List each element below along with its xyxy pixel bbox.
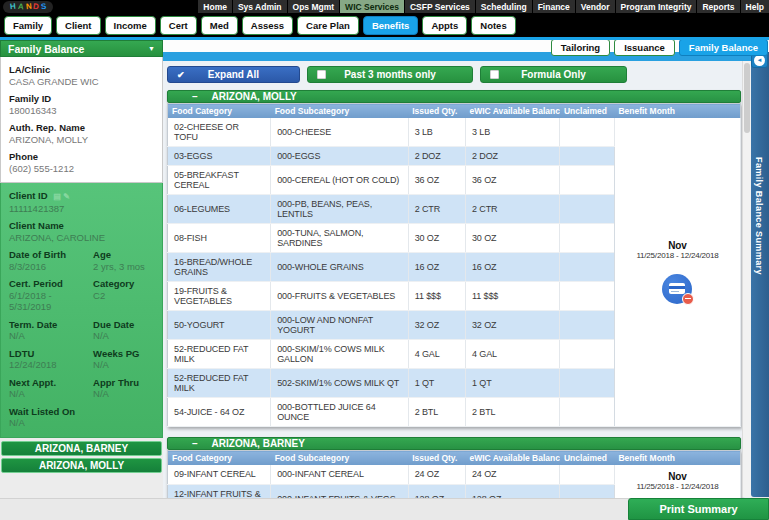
view-tab-tailoring[interactable]: Tailoring: [551, 39, 610, 56]
past-3-months-label: Past 3 months only: [344, 69, 436, 80]
info-field-cert-period: Cert. Period6/1/2018 - 5/31/2019: [9, 278, 93, 313]
table-cell: 54-JUICE - 64 OZ: [168, 398, 271, 427]
menu-item-sys-admin[interactable]: Sys Admin: [232, 0, 287, 13]
menu-item-help[interactable]: Help: [740, 0, 769, 13]
table-cell: 11 $$$: [408, 282, 465, 311]
menu-item-ops-mgmt[interactable]: Ops Mgmt: [287, 0, 340, 13]
formula-only-label: Formula Only: [521, 69, 585, 80]
table-cell: 16 OZ: [408, 253, 465, 282]
benefit-month: Nov: [621, 240, 734, 251]
table-cell: 2 CTR: [408, 195, 465, 224]
menu-item-csfp-services[interactable]: CSFP Services: [404, 0, 475, 13]
section-header-arizona-molly[interactable]: ARIZONA, MOLLY: [167, 90, 741, 103]
field-label: Category: [93, 278, 154, 290]
scrollbar-thumb[interactable]: [744, 63, 750, 133]
family-member-buttons: ARIZONA, BARNEYARIZONA, MOLLY: [0, 438, 163, 473]
table-cell: 09-INFANT CEREAL: [168, 465, 271, 484]
table-cell: 36 OZ: [465, 166, 560, 195]
page: HANDS HomeSys AdminOps MgmtWIC ServicesC…: [0, 0, 769, 520]
sidebar-header[interactable]: Family Balance ▼: [0, 40, 163, 57]
field-value: 6/1/2018 - 5/31/2019: [9, 290, 93, 313]
tab-accent-strip: [0, 37, 769, 40]
menu-item-vendor[interactable]: Vendor: [575, 0, 615, 13]
table-cell: [560, 369, 614, 398]
tab-cert[interactable]: Cert: [160, 16, 197, 35]
logo-letter: D: [33, 2, 40, 11]
table-cell: 000-EGGS: [271, 147, 409, 166]
table-cell: 000-CEREAL (HOT OR COLD): [271, 166, 409, 195]
print-summary-button[interactable]: Print Summary: [628, 498, 769, 520]
tab-income[interactable]: Income: [105, 16, 156, 35]
info-pair-row: Next Appt.N/AAppr ThruN/A: [9, 377, 154, 406]
table-cell: 000-SKIM/1% COWS MILK GALLON: [271, 340, 409, 369]
member-button-arizona-barney[interactable]: ARIZONA, BARNEY: [1, 441, 162, 456]
top-menu-bar: HANDS HomeSys AdminOps MgmtWIC ServicesC…: [0, 0, 769, 13]
tab-care-plan[interactable]: Care Plan: [297, 16, 359, 35]
section-title: ARIZONA, MOLLY: [212, 91, 297, 102]
table-cell: 03-EGGS: [168, 147, 271, 166]
view-tab-issuance[interactable]: Issuance: [614, 39, 675, 56]
menu-item-finance[interactable]: Finance: [532, 0, 575, 13]
field-value: N/A: [9, 330, 93, 342]
tab-assess[interactable]: Assess: [242, 16, 293, 35]
menu-item-wic-services[interactable]: WIC Services: [339, 0, 404, 13]
table-cell: [560, 398, 614, 427]
balance-content: ✔ Expand All Past 3 months only Formula …: [163, 61, 751, 520]
tab-appts[interactable]: Appts: [422, 16, 467, 35]
table-cell: 30 OZ: [408, 224, 465, 253]
field-value: 11111421387: [9, 203, 154, 215]
tab-family[interactable]: Family: [4, 16, 52, 35]
view-tab-family-balance[interactable]: Family Balance: [679, 39, 768, 56]
expand-all-button[interactable]: ✔ Expand All: [167, 66, 300, 83]
module-tabs: FamilyClientIncomeCertMedAssessCare Plan…: [0, 13, 769, 37]
info-field-term-date: Term. DateN/A: [9, 319, 93, 342]
past-3-months-checkbox[interactable]: Past 3 months only: [307, 66, 473, 83]
menu-item-reports[interactable]: Reports: [696, 0, 739, 13]
table-cell: 50-YOGURT: [168, 311, 271, 340]
field-value: CASA GRANDE WIC: [9, 76, 154, 88]
menu-item-home[interactable]: Home: [197, 0, 232, 13]
menu-item-program-integrity[interactable]: Program Integrity: [615, 0, 697, 13]
tab-benefits[interactable]: Benefits: [363, 16, 418, 35]
table-header-row: Food CategoryFood SubcategoryIssued Qty.…: [168, 451, 741, 466]
table-cell: 32 OZ: [465, 311, 560, 340]
field-value: 180016343: [9, 105, 154, 117]
member-button-arizona-molly[interactable]: ARIZONA, MOLLY: [1, 458, 162, 473]
benefit-date-range: 11/25/2018 - 12/24/2018: [621, 482, 734, 491]
field-value: N/A: [93, 388, 154, 400]
field-label: Auth. Rep. Name: [9, 122, 154, 134]
table-cell: 06-LEGUMES: [168, 195, 271, 224]
top-menu: HomeSys AdminOps MgmtWIC ServicesCSFP Se…: [197, 0, 769, 13]
field-label: Client Name: [9, 220, 154, 232]
hands-logo: HANDS: [3, 1, 53, 13]
table-cell: 2 BTL: [408, 398, 465, 427]
table-cell: 2 DOZ: [408, 147, 465, 166]
field-label: LA/Clinic: [9, 64, 154, 76]
col-header-issued-qty: Issued Qty.: [408, 451, 465, 466]
tab-client[interactable]: Client: [56, 16, 100, 35]
checkbox-icon: [490, 70, 499, 79]
balance-toolbar: ✔ Expand All Past 3 months only Formula …: [167, 66, 751, 83]
menu-item-scheduling[interactable]: Scheduling: [475, 0, 532, 13]
table-cell: 2 DOZ: [465, 147, 560, 166]
info-field-ldtu: LDTU12/24/2018: [9, 348, 93, 371]
info-field-client-id: Client ID▤ ✎11111421387: [9, 190, 154, 214]
section-header-arizona-barney[interactable]: ARIZONA, BARNEY: [167, 437, 741, 450]
table-cell: [560, 118, 614, 147]
info-field-auth-rep-name: Auth. Rep. NameARIZONA, MOLLY: [9, 122, 154, 145]
field-label: Term. Date: [9, 319, 93, 331]
field-value: (602) 555-1212: [9, 163, 154, 175]
field-label: Date of Birth: [9, 249, 93, 261]
tab-med[interactable]: Med: [201, 16, 238, 35]
table-header-row: Food CategoryFood SubcategoryIssued Qty.…: [168, 104, 741, 119]
scrollbar[interactable]: [742, 61, 751, 497]
col-header-ewic-available-balance: eWIC Available Balance: [465, 104, 560, 119]
table-cell: 000-PB, BEANS, PEAS, LENTILS: [271, 195, 409, 224]
formula-only-checkbox[interactable]: Formula Only: [480, 66, 627, 83]
table-cell: [560, 311, 614, 340]
field-value: 8/3/2016: [9, 261, 93, 273]
field-label: Weeks PG: [93, 348, 154, 360]
field-value: C2: [93, 290, 154, 302]
tab-notes[interactable]: Notes: [471, 16, 515, 35]
table-cell: 24 OZ: [465, 465, 560, 484]
